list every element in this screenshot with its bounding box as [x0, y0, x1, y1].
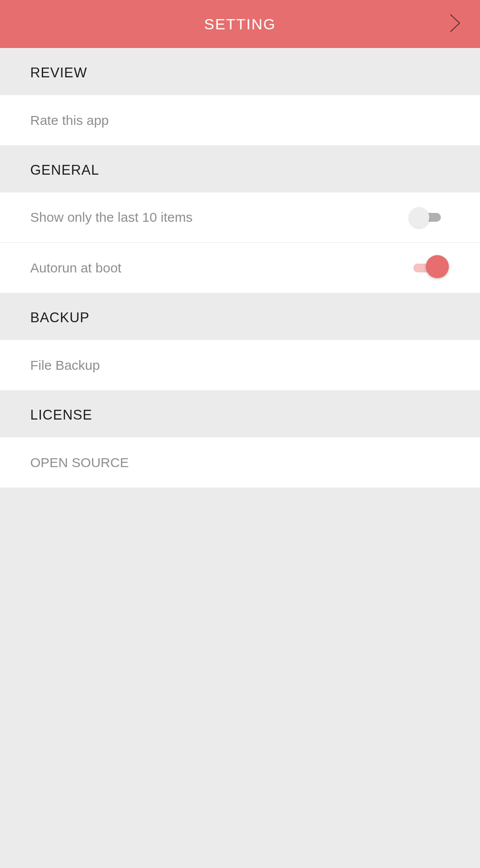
- show-last-items-label: Show only the last 10 items: [30, 210, 192, 225]
- section-title: REVIEW: [30, 65, 87, 80]
- rate-app-label: Rate this app: [30, 113, 109, 128]
- section-title: GENERAL: [30, 162, 99, 178]
- section-header-review: REVIEW: [0, 48, 480, 95]
- autorun-label: Autorun at boot: [30, 260, 121, 276]
- file-backup-label: File Backup: [30, 358, 100, 373]
- rate-app-row[interactable]: Rate this app: [0, 95, 480, 145]
- section-header-license: LICENSE: [0, 390, 480, 437]
- show-last-items-row[interactable]: Show only the last 10 items: [0, 192, 480, 243]
- header-title: SETTING: [204, 16, 276, 33]
- autorun-row[interactable]: Autorun at boot: [0, 243, 480, 293]
- app-header: SETTING: [0, 0, 480, 48]
- file-backup-row[interactable]: File Backup: [0, 340, 480, 390]
- section-header-general: GENERAL: [0, 145, 480, 192]
- section-header-backup: BACKUP: [0, 293, 480, 340]
- section-title: BACKUP: [30, 310, 89, 325]
- autorun-toggle[interactable]: [413, 261, 445, 275]
- chevron-right-icon[interactable]: [449, 13, 462, 35]
- open-source-label: OPEN SOURCE: [30, 455, 129, 470]
- open-source-row[interactable]: OPEN SOURCE: [0, 437, 480, 488]
- section-title: LICENSE: [30, 407, 92, 423]
- show-last-items-toggle[interactable]: [409, 211, 441, 224]
